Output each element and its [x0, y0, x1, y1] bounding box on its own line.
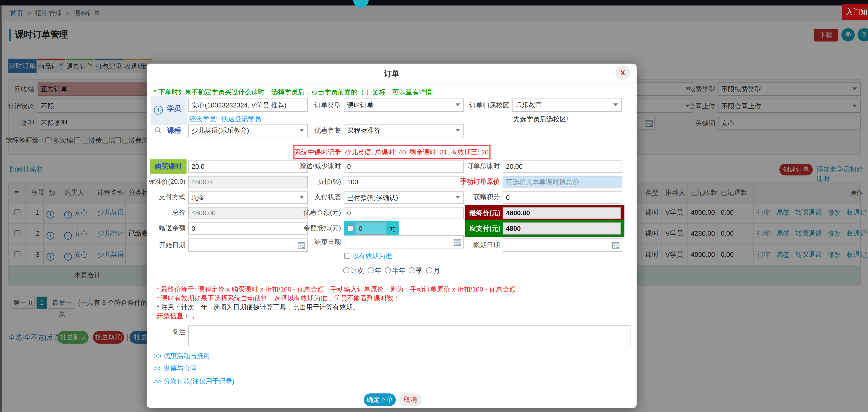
period-option[interactable]: 月: [433, 267, 440, 275]
total-hours-label: 订单总课时: [426, 160, 500, 172]
order-type-label: 订单类型: [299, 98, 341, 112]
dropdown-arrow-icon: [613, 103, 618, 106]
period-option[interactable]: 半年: [392, 267, 405, 275]
std-price-label: 标准价(20.0): [138, 176, 185, 188]
pay-method-label: 支付方式: [138, 191, 185, 203]
remark-textarea[interactable]: [188, 325, 631, 346]
discount-label: 折扣(%): [266, 176, 341, 188]
balance-deduct-label: 余额抵扣(元): [266, 222, 341, 234]
invoice-info: 开票信息：，: [157, 311, 196, 321]
submit-order-button[interactable]: 确定下单: [364, 393, 396, 406]
end-date-label: 结束日期: [266, 235, 341, 248]
radio-icon[interactable]: [409, 267, 415, 274]
manual-price-input[interactable]: 可选输入本单课时原总价: [502, 176, 622, 188]
student-input[interactable]: 安心(10023232324, V学员 推荐): [188, 98, 308, 112]
campus-select[interactable]: 乐乐教育: [512, 98, 622, 112]
radio-icon[interactable]: [426, 267, 432, 274]
manual-price-label: 手动订单原价: [426, 176, 500, 188]
final-price-box: 最终价(元) 4800.00: [465, 205, 624, 221]
total-hours-input[interactable]: 20.00: [502, 161, 622, 173]
period-options: 计次 年 半年 季 月: [147, 266, 637, 276]
validity-label[interactable]: 以有效期为准: [352, 252, 392, 261]
validity-checkbox[interactable]: [344, 253, 350, 259]
knowledge-banner[interactable]: 入门知识: [842, 4, 868, 20]
modal-note-1: * 最终价等于: 课程定价 x 购买课时 x 折扣/100 - 优惠金额。手动输…: [157, 285, 522, 294]
invoice-contract-link[interactable]: >> 发票与合同: [154, 364, 197, 374]
period-option[interactable]: 季: [416, 267, 423, 275]
info-icon[interactable]: i: [154, 103, 163, 115]
package-select[interactable]: 课程标准价: [344, 124, 464, 137]
gift-balance-label: 赠送余额: [138, 222, 185, 234]
discount-amount-label: 优惠金额(元): [266, 207, 341, 219]
campus-hint: 先选学员后选校区!: [513, 115, 568, 124]
radio-icon[interactable]: [385, 267, 391, 274]
balance-deduct-unit: 元: [389, 224, 396, 233]
promo-link[interactable]: >> 优惠活动与抵用: [154, 351, 210, 361]
installment-link[interactable]: >> 分次付款(注仅用于记录): [154, 377, 235, 386]
close-icon: X: [620, 69, 625, 77]
balance-deduct-input[interactable]: 0: [355, 222, 386, 234]
order-type-select[interactable]: 课时订单: [344, 98, 464, 112]
class-record-notice: 系统中课时记录: 少儿英语, 总课时: 40, 剩余课时: 31, 有效期至: …: [293, 145, 491, 159]
final-price-label: 最终价(元): [465, 205, 500, 221]
modal-divider: [147, 84, 637, 84]
dropdown-arrow-icon: [456, 129, 460, 132]
pay-status-label: 支付状态: [266, 191, 341, 203]
remark-label: 备注: [138, 325, 185, 339]
discount-amount-input[interactable]: 0: [344, 207, 464, 219]
payable-box: 应支付(元) 4800: [465, 220, 624, 237]
student-label: 学员: [167, 104, 181, 114]
buy-hours-label-box: 购买课时: [150, 159, 186, 173]
gift-hours-label: 赠送/减少课时: [266, 160, 341, 172]
radio-icon[interactable]: [368, 267, 374, 274]
modal-note-3: * 注意：计次、年...选项为日期便捷计算工具，点击用于计算有效期。: [157, 303, 359, 312]
modal-note-2: * 课时有效期如果不选择系统自动估算，选择以有效期为准，学员不能看到课时数！: [157, 294, 400, 303]
balance-deduct-box: 0 元: [344, 221, 399, 236]
course-select[interactable]: 少儿英语(乐乐教育): [188, 124, 308, 137]
payable-label: 应支付(元): [465, 220, 500, 237]
modal-top-note: * 下单时如果不确定学员买过什么课时，选择学员后，点击学员前面的（i）图标，可以…: [154, 88, 434, 97]
register-student-link[interactable]: 还没学员? 快速登记学员: [189, 115, 261, 124]
account-date-input[interactable]: [502, 239, 622, 252]
buy-hours-label: 购买课时: [150, 159, 186, 173]
total-price-label: 总价: [138, 207, 185, 219]
points-input[interactable]: 0: [502, 191, 622, 204]
cancel-button[interactable]: 取消: [399, 393, 421, 406]
modal-title: 订单: [147, 69, 637, 79]
period-option[interactable]: 计次: [351, 267, 364, 275]
points-label: 获赠积分: [426, 191, 500, 203]
campus-label: 订单归属校区: [448, 98, 509, 112]
account-date-label: 帐期日期: [426, 239, 500, 252]
radio-icon[interactable]: [343, 267, 350, 274]
package-label: 优惠套餐: [299, 124, 341, 137]
start-date-label: 开始日期: [138, 239, 185, 252]
final-price-input: 4800.00: [502, 207, 621, 219]
period-option[interactable]: 年: [375, 267, 381, 275]
search-icon: [155, 126, 162, 136]
app-viewport: 首页 > 招生管理 > 课程订单 课时订单管理 下载 ? 课时订单 商品订单 退…: [0, 0, 868, 412]
balance-deduct-checkbox[interactable]: [347, 225, 353, 231]
payable-input: 4800: [502, 222, 621, 234]
calendar-icon[interactable]: [612, 241, 620, 251]
course-label: 课程: [167, 126, 181, 135]
modal-close-button[interactable]: X: [616, 65, 630, 80]
order-modal: 订单 X * 下单时如果不确定学员买过什么课时，选择学员后，点击学员前面的（i）…: [147, 64, 637, 408]
